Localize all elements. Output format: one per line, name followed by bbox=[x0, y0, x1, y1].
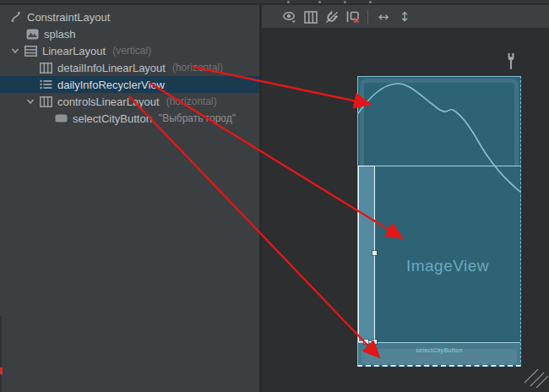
tree-item-meta: (vertical) bbox=[112, 45, 151, 57]
tree-item-label: dailyInfoRecyclerView bbox=[57, 79, 165, 91]
tree-item-label: LinearLayout bbox=[42, 45, 106, 57]
controls-linear-layout-region[interactable]: selectCityButton bbox=[358, 342, 520, 365]
highlight-rim bbox=[360, 79, 519, 166]
vertical-expand-icon[interactable]: ↕ bbox=[395, 8, 414, 26]
select-city-button-label: selectCityButton bbox=[358, 347, 520, 353]
strip-dot-icon bbox=[287, 1, 290, 3]
chevron-down-icon[interactable] bbox=[25, 96, 35, 106]
imageview-placeholder-label: ImageView bbox=[375, 257, 520, 275]
selection-handle-bottom-right[interactable] bbox=[372, 340, 377, 344]
selection-handle-bottom-mid[interactable] bbox=[364, 340, 368, 344]
tree-item-meta: (horizontal) bbox=[172, 62, 223, 74]
tree-item-dailyinforecyclerview[interactable]: dailyInfoRecyclerView bbox=[0, 76, 259, 93]
wrench-icon[interactable] bbox=[504, 52, 518, 70]
linear-layout-vertical-icon bbox=[24, 44, 37, 57]
chevron-down-icon[interactable] bbox=[10, 46, 20, 56]
android-studio-layout-editor: ConstraintLayout splash LinearLayout (ve… bbox=[0, 0, 549, 392]
tree-item-label: splash bbox=[44, 28, 76, 41]
tree-item-linearlayout[interactable]: LinearLayout (vertical) bbox=[0, 42, 259, 59]
tree-item-controlslinearlayout[interactable]: controlsLinearLayout (horizontal) bbox=[0, 93, 259, 110]
tree-item-label: detailInfoLinearLayout bbox=[57, 62, 166, 74]
linear-layout-horizontal-icon bbox=[39, 95, 52, 108]
tree-item-label: ConstraintLayout bbox=[27, 11, 110, 24]
collapsed-panel-edge bbox=[0, 316, 2, 392]
tree-item-label: controlsLinearLayout bbox=[57, 95, 160, 108]
tree-item-label: selectCityButton bbox=[73, 112, 152, 125]
tree-item-selectcitybutton[interactable]: selectCityButton "Выбрать город" bbox=[0, 110, 259, 127]
detail-info-linear-layout-region[interactable] bbox=[358, 77, 520, 166]
strip-dot-icon bbox=[369, 1, 372, 3]
tree-item-splash[interactable]: splash bbox=[0, 25, 259, 42]
strip-dot-icon bbox=[344, 1, 346, 3]
image-view-region[interactable] bbox=[358, 166, 520, 342]
tree-item-meta: (horizontal) bbox=[166, 95, 217, 107]
selection-handle-right-mid[interactable] bbox=[372, 251, 377, 255]
linear-layout-horizontal-icon bbox=[39, 61, 52, 74]
tree-item-text-value: "Выбрать город" bbox=[159, 112, 236, 124]
constraint-layout-icon bbox=[8, 10, 22, 24]
red-edge-mark bbox=[0, 368, 3, 374]
strip-dot-icon bbox=[318, 1, 321, 3]
clear-constraints-icon[interactable] bbox=[344, 8, 362, 26]
tree-item-detailinfolinearlayout[interactable]: detailInfoLinearLayout (horizontal) bbox=[0, 59, 259, 76]
component-tree-panel: ConstraintLayout splash LinearLayout (ve… bbox=[0, 5, 259, 392]
design-surface-toolbar: ↔ ↕ bbox=[262, 5, 549, 29]
image-view-icon bbox=[25, 27, 39, 41]
phone-preview[interactable]: ImageView selectCityButton bbox=[357, 76, 521, 367]
clipped-toolbar-strip bbox=[0, 0, 549, 4]
recycler-view-icon bbox=[39, 78, 52, 91]
horizontal-expand-icon[interactable]: ↔ bbox=[374, 8, 393, 26]
tree-item-constraintlayout[interactable]: ConstraintLayout bbox=[0, 8, 259, 25]
autoconnect-off-magnet-icon[interactable] bbox=[323, 8, 341, 26]
toolbar-separator bbox=[367, 10, 368, 24]
show-columns-icon[interactable] bbox=[302, 8, 320, 26]
button-icon bbox=[54, 112, 68, 125]
view-options-eye-icon[interactable] bbox=[280, 8, 299, 26]
resize-grip-icon[interactable] bbox=[524, 368, 549, 389]
